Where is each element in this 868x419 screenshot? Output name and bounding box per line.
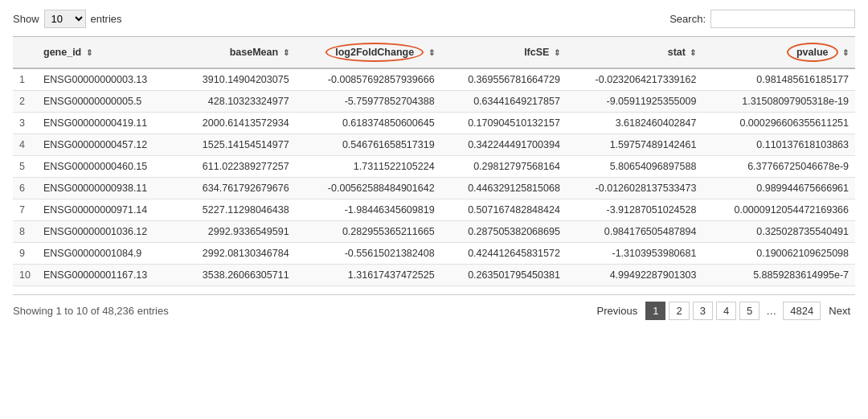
col-header-gene_id[interactable]: gene_id ⇕ bbox=[37, 37, 177, 69]
cell-row_num: 4 bbox=[13, 134, 37, 156]
cell-log2FoldChange: 0.618374850600645 bbox=[296, 113, 441, 134]
cell-log2FoldChange: -0.00562588484901642 bbox=[296, 178, 441, 199]
cell-log2FoldChange: -5.75977852704388 bbox=[296, 91, 441, 113]
sort-icon-log2FoldChange: ⇕ bbox=[428, 48, 435, 57]
cell-lfcSE: 0.446329125815068 bbox=[441, 178, 567, 199]
sort-icon-baseMean: ⇕ bbox=[283, 48, 289, 57]
sort-icon-lfcSE: ⇕ bbox=[554, 48, 560, 57]
cell-gene_id: ENSG00000000971.14 bbox=[37, 199, 177, 221]
next-button[interactable]: Next bbox=[824, 302, 855, 319]
cell-pvalue: 6.37766725046678e-9 bbox=[702, 156, 855, 178]
page-2[interactable]: 2 bbox=[669, 302, 689, 320]
entries-label: entries bbox=[91, 13, 122, 25]
sort-icon-pvalue: ⇕ bbox=[842, 48, 849, 57]
col-header-pvalue[interactable]: pvalue ⇕ bbox=[702, 37, 855, 69]
sort-icon-stat: ⇕ bbox=[690, 48, 696, 57]
cell-gene_id: ENSG00000000938.11 bbox=[37, 178, 177, 199]
previous-button[interactable]: Previous bbox=[592, 302, 643, 319]
cell-gene_id: ENSG00000001036.12 bbox=[37, 221, 177, 243]
cell-gene_id: ENSG00000001084.9 bbox=[37, 243, 177, 265]
table-row: 2ENSG00000000005.5428.10323324977-5.7597… bbox=[13, 91, 855, 113]
cell-baseMean: 3910.14904203075 bbox=[177, 68, 296, 91]
cell-lfcSE: 0.507167482848424 bbox=[441, 199, 567, 221]
cell-row_num: 10 bbox=[13, 265, 37, 286]
cell-pvalue: 0.0000912054472169366 bbox=[702, 199, 855, 221]
cell-row_num: 1 bbox=[13, 68, 37, 91]
col-header-lfcSE[interactable]: lfcSE ⇕ bbox=[441, 37, 567, 69]
ellipsis: … bbox=[763, 302, 780, 319]
cell-pvalue: 0.000296606355611251 bbox=[702, 113, 855, 134]
cell-row_num: 7 bbox=[13, 199, 37, 221]
top-controls: Show 10 25 50 100 entries Search: bbox=[13, 10, 855, 28]
show-label: Show bbox=[13, 13, 39, 25]
col-header-stat[interactable]: stat ⇕ bbox=[567, 37, 703, 69]
cell-lfcSE: 0.170904510132157 bbox=[441, 113, 567, 134]
cell-log2FoldChange: -1.98446345609819 bbox=[296, 199, 441, 221]
log2FoldChange-circled-label: log2FoldChange bbox=[326, 43, 424, 62]
page-last[interactable]: 4824 bbox=[783, 302, 821, 320]
cell-baseMean: 611.022389277257 bbox=[177, 156, 296, 178]
sort-icon-gene_id: ⇕ bbox=[86, 48, 92, 57]
cell-gene_id: ENSG00000000003.13 bbox=[37, 68, 177, 91]
cell-stat: 0.984176505487894 bbox=[567, 221, 703, 243]
cell-log2FoldChange: -0.00857692857939666 bbox=[296, 68, 441, 91]
page-1[interactable]: 1 bbox=[645, 302, 665, 320]
search-label: Search: bbox=[669, 13, 706, 25]
cell-pvalue: 0.989944675666961 bbox=[702, 178, 855, 199]
table-row: 1ENSG00000000003.133910.14904203075-0.00… bbox=[13, 68, 855, 91]
data-table: gene_id ⇕ baseMean ⇕ log2FoldChange ⇕ lf… bbox=[13, 36, 855, 286]
cell-log2FoldChange: 1.7311522105224 bbox=[296, 156, 441, 178]
pvalue-circled-label: pvalue bbox=[787, 43, 838, 62]
col-header-rownum bbox=[13, 37, 37, 69]
bottom-controls: Showing 1 to 10 of 48,236 entries Previo… bbox=[13, 294, 855, 320]
table-header-row: gene_id ⇕ baseMean ⇕ log2FoldChange ⇕ lf… bbox=[13, 37, 855, 69]
cell-pvalue: 0.110137618103863 bbox=[702, 134, 855, 156]
cell-gene_id: ENSG00000000457.12 bbox=[37, 134, 177, 156]
page-5[interactable]: 5 bbox=[739, 302, 760, 320]
cell-stat: 3.6182460402847 bbox=[567, 113, 703, 134]
page-4[interactable]: 4 bbox=[716, 302, 736, 320]
cell-baseMean: 3538.26066305711 bbox=[177, 265, 296, 286]
search-input[interactable] bbox=[710, 10, 855, 28]
cell-stat: 1.59757489142461 bbox=[567, 134, 703, 156]
entries-select[interactable]: 10 25 50 100 bbox=[44, 10, 86, 28]
pagination: Previous 1 2 3 4 5 … 4824 Next bbox=[592, 302, 855, 320]
col-header-log2FoldChange[interactable]: log2FoldChange ⇕ bbox=[296, 37, 441, 69]
cell-stat: 5.80654096897588 bbox=[567, 156, 703, 178]
cell-log2FoldChange: 0.546761658517319 bbox=[296, 134, 441, 156]
cell-row_num: 8 bbox=[13, 221, 37, 243]
col-header-baseMean[interactable]: baseMean ⇕ bbox=[177, 37, 296, 69]
cell-row_num: 2 bbox=[13, 91, 37, 113]
cell-stat: 4.99492287901303 bbox=[567, 265, 703, 286]
main-container: Show 10 25 50 100 entries Search: gene_i… bbox=[0, 0, 868, 330]
cell-baseMean: 2992.08130346784 bbox=[177, 243, 296, 265]
cell-lfcSE: 0.263501795450381 bbox=[441, 265, 567, 286]
cell-gene_id: ENSG00000001167.13 bbox=[37, 265, 177, 286]
cell-log2FoldChange: -0.55615021382408 bbox=[296, 243, 441, 265]
cell-stat: -0.0126028137533473 bbox=[567, 178, 703, 199]
cell-stat: -9.05911925355009 bbox=[567, 91, 703, 113]
cell-row_num: 5 bbox=[13, 156, 37, 178]
page-3[interactable]: 3 bbox=[693, 302, 713, 320]
showing-text: Showing 1 to 10 of 48,236 entries bbox=[13, 305, 169, 317]
cell-row_num: 9 bbox=[13, 243, 37, 265]
cell-pvalue: 5.8859283614995e-7 bbox=[702, 265, 855, 286]
table-row: 4ENSG00000000457.121525.141545149770.546… bbox=[13, 134, 855, 156]
table-row: 8ENSG00000001036.122992.93365495910.2829… bbox=[13, 221, 855, 243]
cell-pvalue: 0.981485616185177 bbox=[702, 68, 855, 91]
cell-lfcSE: 0.63441649217857 bbox=[441, 91, 567, 113]
table-row: 7ENSG00000000971.145227.11298046438-1.98… bbox=[13, 199, 855, 221]
cell-lfcSE: 0.29812797568164 bbox=[441, 156, 567, 178]
cell-stat: -0.0232064217339162 bbox=[567, 68, 703, 91]
show-entries-control: Show 10 25 50 100 entries bbox=[13, 10, 122, 28]
cell-lfcSE: 0.287505382068695 bbox=[441, 221, 567, 243]
cell-baseMean: 428.10323324977 bbox=[177, 91, 296, 113]
cell-lfcSE: 0.342244491700394 bbox=[441, 134, 567, 156]
cell-baseMean: 2000.61413572934 bbox=[177, 113, 296, 134]
cell-pvalue: 1.31508097905318e-19 bbox=[702, 91, 855, 113]
cell-lfcSE: 0.369556781664729 bbox=[441, 68, 567, 91]
cell-gene_id: ENSG00000000419.11 bbox=[37, 113, 177, 134]
cell-row_num: 3 bbox=[13, 113, 37, 134]
table-row: 5ENSG00000000460.15611.0223892772571.731… bbox=[13, 156, 855, 178]
cell-log2FoldChange: 0.282955365211665 bbox=[296, 221, 441, 243]
